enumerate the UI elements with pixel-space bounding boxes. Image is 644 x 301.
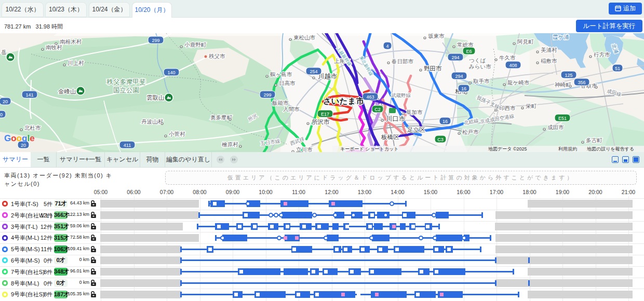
svg-text:国立公園: 国立公園 xyxy=(113,87,139,94)
svg-text:294: 294 xyxy=(451,55,459,60)
svg-text:254: 254 xyxy=(310,69,317,74)
svg-text:C2: C2 xyxy=(374,107,381,112)
svg-text:阿見町: 阿見町 xyxy=(517,38,534,45)
svg-text:20: 20 xyxy=(0,112,3,117)
svg-text:C3: C3 xyxy=(437,137,444,142)
svg-text:利用規約: 利用規約 xyxy=(558,146,577,152)
svg-text:408: 408 xyxy=(509,63,517,68)
svg-text:日高市: 日高市 xyxy=(279,80,296,86)
svg-text:岳: 岳 xyxy=(1,49,7,55)
svg-text:地図の誤りを報告する: 地図の誤りを報告する xyxy=(586,146,634,152)
svg-text:294: 294 xyxy=(455,74,463,79)
svg-text:牛久市: 牛久市 xyxy=(499,54,516,61)
svg-text:立川市: 立川市 xyxy=(296,146,313,152)
svg-text:川口市: 川口市 xyxy=(386,115,406,122)
svg-text:E17: E17 xyxy=(321,112,329,117)
svg-text:檜原村: 檜原村 xyxy=(222,141,238,147)
svg-text:キーボード ショートカット: キーボード ショートカット xyxy=(340,146,398,152)
svg-text:取手市: 取手市 xyxy=(473,78,490,84)
svg-text:入間市: 入間市 xyxy=(283,106,300,112)
svg-text:足立区: 足立区 xyxy=(407,127,425,133)
svg-text:野田市: 野田市 xyxy=(424,65,442,72)
svg-text:小菅村: 小菅村 xyxy=(169,131,185,137)
svg-text:16: 16 xyxy=(461,86,466,91)
svg-text:印西市: 印西市 xyxy=(499,105,516,111)
svg-text:20: 20 xyxy=(21,143,26,148)
svg-text:つくば: つくば xyxy=(469,57,486,63)
svg-text:春日部市: 春日部市 xyxy=(392,58,414,64)
svg-text:16: 16 xyxy=(442,119,448,124)
svg-text:美浦村: 美浦村 xyxy=(541,47,557,53)
svg-text:武蔵野線: 武蔵野線 xyxy=(391,92,411,98)
svg-text:川上村: 川上村 xyxy=(68,60,84,66)
svg-text:Google: Google xyxy=(4,133,35,143)
svg-text:463: 463 xyxy=(366,94,374,100)
svg-text:板橋区: 板橋区 xyxy=(381,134,399,140)
svg-text:356: 356 xyxy=(578,80,585,85)
svg-text:成田市: 成田市 xyxy=(547,124,564,130)
svg-text:多古町: 多古町 xyxy=(586,137,602,143)
svg-text:E51: E51 xyxy=(558,116,567,121)
svg-text:常総市: 常総市 xyxy=(457,42,474,48)
svg-text:E6: E6 xyxy=(466,49,472,54)
svg-text:南相木村: 南相木村 xyxy=(60,38,82,45)
svg-text:299: 299 xyxy=(152,38,159,43)
svg-text:飯能市: 飯能市 xyxy=(272,100,289,106)
svg-text:140: 140 xyxy=(167,70,175,75)
svg-text:松戸市: 松戸市 xyxy=(462,129,479,135)
svg-text:東松山市: 東松山市 xyxy=(293,34,316,40)
svg-text:299: 299 xyxy=(263,92,271,98)
svg-text:栄町: 栄町 xyxy=(526,103,537,109)
svg-text:20: 20 xyxy=(3,99,8,104)
svg-text:4: 4 xyxy=(386,44,388,49)
svg-text:丹波山村: 丹波山村 xyxy=(141,118,164,125)
svg-text:秩父多摩甲斐: 秩父多摩甲斐 xyxy=(106,78,146,86)
svg-text:小鹿野町: 小鹿野町 xyxy=(184,42,207,48)
svg-text:さいたま市: さいたま市 xyxy=(323,97,364,105)
svg-text:北杜市: 北杜市 xyxy=(24,125,41,131)
svg-text:125: 125 xyxy=(565,73,572,78)
svg-text:霞ケ浦: 霞ケ浦 xyxy=(553,34,569,40)
svg-text:行方市: 行方市 xyxy=(594,51,610,58)
svg-text:秩父市: 秩父市 xyxy=(209,53,225,59)
svg-text:南牧村: 南牧村 xyxy=(46,44,62,50)
svg-text:所沢市: 所沢市 xyxy=(312,119,330,125)
svg-text:鶴ヶ島市: 鶴ヶ島市 xyxy=(270,71,292,77)
svg-text:141: 141 xyxy=(25,92,33,98)
svg-text:坂東市: 坂東市 xyxy=(428,33,445,39)
svg-text:神崎町: 神崎町 xyxy=(555,81,571,88)
svg-text:稲敷市: 稲敷市 xyxy=(541,58,557,64)
svg-text:51: 51 xyxy=(615,66,620,71)
svg-text:みらい市: みらい市 xyxy=(469,63,491,70)
svg-text:地図データ ©2025: 地図データ ©2025 xyxy=(488,146,527,152)
svg-text:草加市: 草加市 xyxy=(406,109,423,115)
svg-text:金峰山: 金峰山 xyxy=(58,88,76,94)
svg-text:龍ケ崎市: 龍ケ崎市 xyxy=(507,79,530,86)
svg-text:411: 411 xyxy=(124,143,131,148)
svg-text:雲取山: 雲取山 xyxy=(146,94,165,101)
